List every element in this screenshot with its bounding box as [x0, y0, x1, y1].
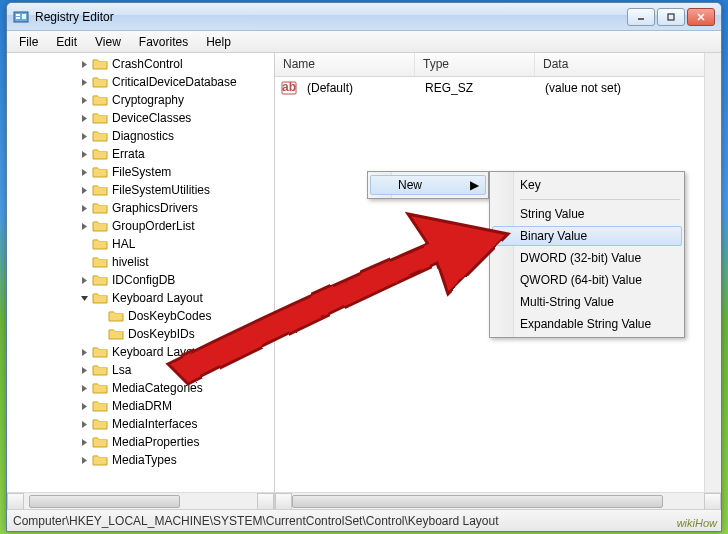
- tree-expander-icon[interactable]: [79, 95, 90, 106]
- client-area: CrashControlCriticalDeviceDatabaseCrypto…: [7, 53, 721, 531]
- tree-label: Keyboard Layouts: [112, 345, 209, 359]
- tree-label: MediaTypes: [112, 453, 177, 467]
- status-path: Computer\HKEY_LOCAL_MACHINE\SYSTEM\Curre…: [13, 514, 499, 528]
- col-header-data[interactable]: Data: [535, 53, 721, 76]
- tree-label: CrashControl: [112, 57, 183, 71]
- tree-expander-icon[interactable]: [79, 59, 90, 70]
- tree-expander-icon[interactable]: [95, 311, 106, 322]
- cell-type: REG_SZ: [417, 81, 537, 95]
- tree-item[interactable]: GroupOrderList: [7, 217, 274, 235]
- maximize-button[interactable]: [657, 8, 685, 26]
- tree-expander-icon[interactable]: [79, 275, 90, 286]
- tree-item[interactable]: CriticalDeviceDatabase: [7, 73, 274, 91]
- tree-expander-icon[interactable]: [79, 149, 90, 160]
- context-submenu-new[interactable]: KeyString ValueBinary ValueDWORD (32-bit…: [489, 171, 685, 338]
- ctx-label: Key: [520, 178, 541, 192]
- menu-help[interactable]: Help: [198, 33, 239, 51]
- tree-label: CriticalDeviceDatabase: [112, 75, 237, 89]
- list-vscrollbar[interactable]: [704, 53, 721, 492]
- tree-item[interactable]: Errata: [7, 145, 274, 163]
- ctx-item[interactable]: DWORD (32-bit) Value: [492, 247, 682, 269]
- tree-item[interactable]: Keyboard Layouts: [7, 343, 274, 361]
- tree-label: Cryptography: [112, 93, 184, 107]
- regedit-icon: [13, 9, 29, 25]
- tree-item[interactable]: IDConfigDB: [7, 271, 274, 289]
- menu-edit[interactable]: Edit: [48, 33, 85, 51]
- ctx-item[interactable]: Key: [492, 174, 682, 196]
- titlebar[interactable]: Registry Editor: [7, 3, 721, 31]
- tree-expander-icon[interactable]: [79, 401, 90, 412]
- ctx-item[interactable]: Multi-String Value: [492, 291, 682, 313]
- ctx-label: New: [398, 178, 422, 192]
- list-row[interactable]: ab (Default) REG_SZ (value not set): [275, 79, 721, 97]
- tree-label: FileSystem: [112, 165, 171, 179]
- col-header-name[interactable]: Name: [275, 53, 415, 76]
- tree-item[interactable]: FileSystem: [7, 163, 274, 181]
- tree-expander-icon[interactable]: [79, 203, 90, 214]
- watermark: wikiHow: [677, 517, 717, 529]
- tree-expander-icon[interactable]: [79, 383, 90, 394]
- tree-expander-icon[interactable]: [79, 419, 90, 430]
- menu-view[interactable]: View: [87, 33, 129, 51]
- tree-item[interactable]: MediaTypes: [7, 451, 274, 469]
- tree-item[interactable]: DosKeybCodes: [7, 307, 274, 325]
- tree-item[interactable]: MediaCategories: [7, 379, 274, 397]
- tree-expander-icon[interactable]: [79, 77, 90, 88]
- tree-item[interactable]: GraphicsDrivers: [7, 199, 274, 217]
- ctx-item[interactable]: QWORD (64-bit) Value: [492, 269, 682, 291]
- ctx-item[interactable]: String Value: [492, 203, 682, 225]
- tree-expander-icon[interactable]: [79, 455, 90, 466]
- tree-expander-icon[interactable]: [79, 347, 90, 358]
- svg-rect-1: [16, 14, 20, 16]
- ctx-label: Binary Value: [520, 229, 587, 243]
- menu-file[interactable]: File: [11, 33, 46, 51]
- tree-item[interactable]: DeviceClasses: [7, 109, 274, 127]
- tree-expander-icon[interactable]: [79, 365, 90, 376]
- tree-item[interactable]: DosKeybIDs: [7, 325, 274, 343]
- tree-item[interactable]: Cryptography: [7, 91, 274, 109]
- list-header[interactable]: Name Type Data: [275, 53, 721, 77]
- svg-rect-5: [668, 14, 674, 20]
- tree-expander-icon[interactable]: [79, 167, 90, 178]
- window-title: Registry Editor: [35, 10, 627, 24]
- tree-item[interactable]: Keyboard Layout: [7, 289, 274, 307]
- tree-label: GroupOrderList: [112, 219, 195, 233]
- ctx-separator: [520, 199, 680, 200]
- menubar: File Edit View Favorites Help: [7, 31, 721, 53]
- tree-item[interactable]: MediaDRM: [7, 397, 274, 415]
- tree-label: hivelist: [112, 255, 149, 269]
- cell-data: (value not set): [537, 81, 721, 95]
- tree-expander-icon[interactable]: [79, 437, 90, 448]
- registry-tree[interactable]: CrashControlCriticalDeviceDatabaseCrypto…: [7, 53, 274, 471]
- tree-expander-icon[interactable]: [79, 221, 90, 232]
- menu-favorites[interactable]: Favorites: [131, 33, 196, 51]
- col-header-type[interactable]: Type: [415, 53, 535, 76]
- tree-item[interactable]: MediaProperties: [7, 433, 274, 451]
- close-button[interactable]: [687, 8, 715, 26]
- context-menu-parent[interactable]: New ▶: [367, 171, 489, 199]
- minimize-button[interactable]: [627, 8, 655, 26]
- ctx-item[interactable]: Expandable String Value: [492, 313, 682, 335]
- tree-expander-icon[interactable]: [79, 113, 90, 124]
- ctx-item-new[interactable]: New ▶: [370, 175, 486, 195]
- ctx-item[interactable]: Binary Value: [492, 226, 682, 246]
- tree-expander-icon[interactable]: [79, 239, 90, 250]
- svg-rect-2: [16, 17, 20, 19]
- tree-item[interactable]: MediaInterfaces: [7, 415, 274, 433]
- tree-expander-icon[interactable]: [79, 293, 90, 304]
- tree-expander-icon[interactable]: [95, 329, 106, 340]
- tree-item[interactable]: Lsa: [7, 361, 274, 379]
- tree-item[interactable]: FileSystemUtilities: [7, 181, 274, 199]
- tree-expander-icon[interactable]: [79, 257, 90, 268]
- tree-item[interactable]: Diagnostics: [7, 127, 274, 145]
- tree-expander-icon[interactable]: [79, 131, 90, 142]
- tree-hscrollbar[interactable]: [7, 492, 274, 509]
- cell-name: (Default): [299, 81, 417, 95]
- list-hscrollbar[interactable]: [275, 492, 721, 509]
- tree-expander-icon[interactable]: [79, 185, 90, 196]
- tree-item[interactable]: hivelist: [7, 253, 274, 271]
- tree-label: FileSystemUtilities: [112, 183, 210, 197]
- tree-item[interactable]: CrashControl: [7, 55, 274, 73]
- tree-pane: CrashControlCriticalDeviceDatabaseCrypto…: [7, 53, 275, 509]
- tree-item[interactable]: HAL: [7, 235, 274, 253]
